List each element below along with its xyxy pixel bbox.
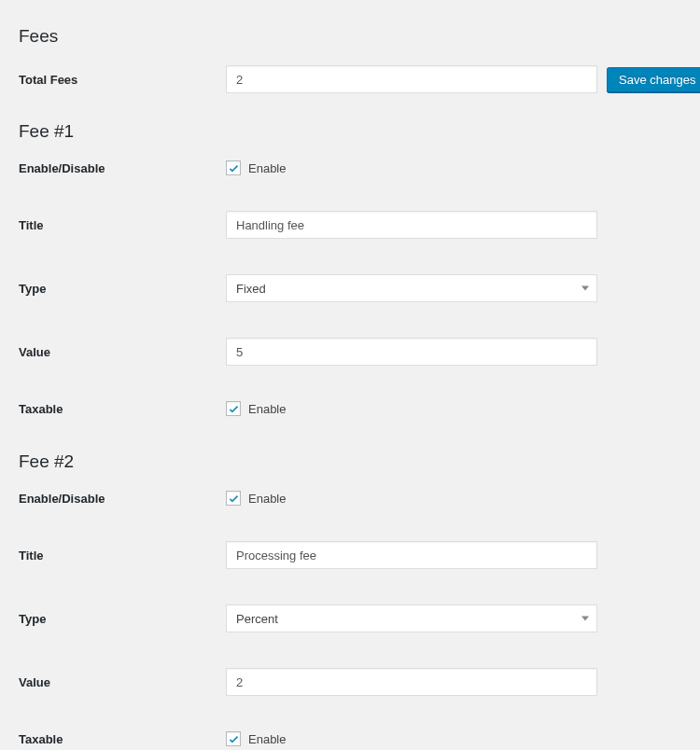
check-icon <box>228 733 240 745</box>
fee2-value-input[interactable] <box>226 668 597 696</box>
fee2-taxable-checkbox[interactable] <box>226 731 241 746</box>
fee2-heading: Fee #2 <box>19 451 681 472</box>
chevron-down-icon <box>581 286 589 291</box>
fee1-taxable-cb-label: Enable <box>248 402 286 416</box>
fee1-enable-label: Enable/Disable <box>19 161 226 175</box>
fee2-enable-checkbox[interactable] <box>226 491 241 506</box>
fee1-type-value: Fixed <box>236 282 266 296</box>
fee1-type-select[interactable]: Fixed <box>226 274 597 302</box>
check-icon <box>228 493 240 505</box>
fee1-taxable-checkbox[interactable] <box>226 401 241 416</box>
fee2-type-label: Type <box>19 612 226 626</box>
fees-heading: Fees <box>19 26 681 47</box>
check-icon <box>228 162 240 174</box>
fee1-title-input[interactable] <box>226 211 597 239</box>
fee2-title-label: Title <box>19 549 226 562</box>
save-button[interactable]: Save changes <box>607 67 700 92</box>
fee1-enable-checkbox[interactable] <box>226 160 241 175</box>
total-fees-input[interactable] <box>226 65 597 93</box>
fee2-taxable-cb-label: Enable <box>248 732 286 746</box>
fee1-value-label: Value <box>19 345 226 359</box>
fee1-enable-cb-label: Enable <box>248 161 286 175</box>
fee2-type-value: Percent <box>236 612 278 626</box>
fee2-title-input[interactable] <box>226 541 597 569</box>
fee1-title-label: Title <box>19 218 226 232</box>
check-icon <box>228 403 240 415</box>
fee1-value-input[interactable] <box>226 338 597 366</box>
fee2-value-label: Value <box>19 675 226 689</box>
fee1-heading: Fee #1 <box>19 121 681 142</box>
fee2-enable-label: Enable/Disable <box>19 492 226 506</box>
total-fees-label: Total Fees <box>19 73 226 87</box>
fee2-taxable-label: Taxable <box>19 732 226 746</box>
fee1-taxable-label: Taxable <box>19 402 226 416</box>
chevron-down-icon <box>581 617 589 621</box>
fee1-type-label: Type <box>19 282 226 296</box>
fee2-enable-cb-label: Enable <box>248 492 286 506</box>
fee2-type-select[interactable]: Percent <box>226 604 597 632</box>
